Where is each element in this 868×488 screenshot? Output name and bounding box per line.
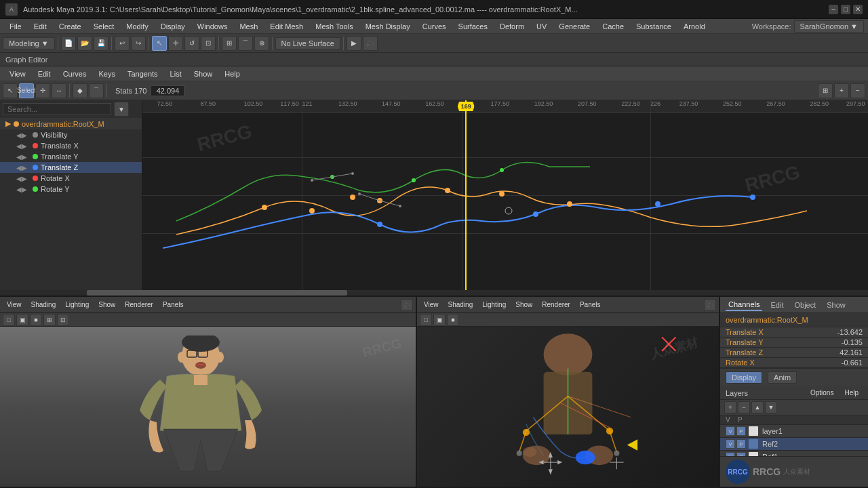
menu-display[interactable]: Display — [155, 21, 191, 32]
menu-create[interactable]: Create — [54, 21, 87, 32]
tab-object[interactable]: Object — [791, 300, 818, 310]
vp-right-s2[interactable]: ▣ — [433, 314, 446, 326]
ge-key-btn[interactable]: ◆ — [73, 83, 87, 98]
ref2-p-btn[interactable]: P — [736, 439, 746, 449]
layers-options[interactable]: Options — [806, 388, 837, 398]
layer-row-ref2[interactable]: V P Ref2 — [720, 438, 868, 451]
vp-right-show[interactable]: Show — [511, 300, 536, 310]
scale-tool-btn[interactable]: ⊡ — [201, 36, 216, 51]
open-btn[interactable]: 📂 — [77, 36, 92, 51]
channel-visibility[interactable]: ◀▶ Visibility — [0, 129, 142, 140]
undo-btn[interactable]: ↩ — [115, 36, 130, 51]
vp-right-lighting[interactable]: Lighting — [478, 300, 510, 310]
vp-left-camera-btn[interactable]: 🎥 — [401, 299, 413, 311]
vp-left-shade3[interactable]: ■ — [30, 314, 42, 326]
menu-curves[interactable]: Curves — [417, 21, 452, 32]
ge-scale-btn[interactable]: ↔ — [52, 83, 66, 98]
ge-scroll-thumb[interactable] — [87, 290, 347, 296]
vp-left-wire[interactable]: ⊞ — [43, 314, 56, 326]
snap-grid-btn[interactable]: ⊞ — [222, 36, 237, 51]
vp-right-s1[interactable]: □ — [420, 314, 432, 326]
menu-modify[interactable]: Modify — [121, 21, 153, 32]
ge-menu-curves[interactable]: Curves — [58, 68, 92, 79]
vp-left-show[interactable]: Show — [94, 300, 119, 310]
vp-right-shading[interactable]: Shading — [444, 300, 477, 310]
vp-right-panels[interactable]: Panels — [576, 300, 605, 310]
rotate-tool-btn[interactable]: ↺ — [184, 36, 199, 51]
select-tool-btn[interactable]: ↖ — [152, 36, 167, 51]
ge-move-btn[interactable]: ✛ — [35, 83, 50, 98]
menu-substance[interactable]: Substance — [631, 21, 677, 32]
channel-list-options[interactable]: ▼ — [114, 102, 129, 117]
vp-left-shade1[interactable]: □ — [3, 314, 15, 326]
ge-menu-edit[interactable]: Edit — [33, 68, 56, 79]
ge-menu-list[interactable]: List — [165, 68, 187, 79]
tab-channels[interactable]: Channels — [726, 299, 762, 311]
ge-tangent-btn[interactable]: ⌒ — [89, 83, 104, 98]
ge-menu-tangents[interactable]: Tangents — [122, 68, 163, 79]
menu-mesh-display[interactable]: Mesh Display — [360, 21, 416, 32]
ge-pointer-btn[interactable]: ↖ — [3, 83, 18, 98]
ref2-v-btn[interactable]: V — [726, 439, 735, 449]
tab-show[interactable]: Show — [824, 300, 848, 310]
vp-left-grid[interactable]: ⊡ — [57, 314, 69, 326]
layer-add-btn[interactable]: + — [724, 401, 736, 413]
vp-left-lighting[interactable]: Lighting — [61, 300, 93, 310]
ge-scrollbar[interactable] — [0, 290, 868, 296]
ge-menu-show[interactable]: Show — [189, 68, 218, 79]
new-file-btn[interactable]: 📄 — [61, 36, 76, 51]
menu-uv[interactable]: UV — [531, 21, 552, 32]
ge-menu-keys[interactable]: Keys — [93, 68, 120, 79]
ge-menu-help[interactable]: Help — [219, 68, 245, 79]
ge-zoom-fit-btn[interactable]: ⊞ — [818, 83, 833, 98]
menu-cache[interactable]: Cache — [597, 21, 629, 32]
vp-right-view[interactable]: View — [420, 300, 443, 310]
vp-right-s3[interactable]: ■ — [447, 314, 459, 326]
channel-translate-z[interactable]: ◀▶ Translate Z — [0, 162, 142, 173]
channel-translate-x[interactable]: ◀▶ Translate X — [0, 140, 142, 151]
anim-tab-btn[interactable]: Anim — [768, 371, 797, 384]
menu-mesh[interactable]: Mesh — [234, 21, 263, 32]
layer-up-btn[interactable]: ▲ — [751, 401, 764, 413]
camera-btn[interactable]: 🎥 — [363, 36, 378, 51]
move-tool-btn[interactable]: ✛ — [168, 36, 183, 51]
channel-rotate-y[interactable]: ◀▶ Rotate Y — [0, 184, 142, 195]
vp-right-camera-btn[interactable]: 🎥 — [704, 299, 716, 311]
snap-point-btn[interactable]: ⊕ — [254, 36, 269, 51]
ge-menu-view[interactable]: View — [4, 68, 31, 79]
menu-deform[interactable]: Deform — [494, 21, 530, 32]
ge-select-btn[interactable]: Select — [19, 83, 34, 98]
save-btn[interactable]: 💾 — [94, 36, 108, 51]
channel-search[interactable] — [3, 103, 111, 115]
workspace-selector[interactable]: SarahGnomon ▼ — [794, 20, 865, 33]
channel-translate-y[interactable]: ◀▶ Translate Y — [0, 151, 142, 162]
ge-graph[interactable]: 72.50 87.50 102.50 117.50 121 132.50 147… — [142, 100, 868, 290]
ge-zoom-in-btn[interactable]: + — [834, 83, 849, 98]
mode-selector[interactable]: Modeling ▼ — [3, 37, 55, 49]
layer-down-btn[interactable]: ▼ — [765, 401, 777, 413]
menu-select[interactable]: Select — [88, 21, 120, 32]
menu-edit-mesh[interactable]: Edit Mesh — [264, 21, 309, 32]
layer-del-btn[interactable]: − — [738, 401, 750, 413]
layer-row-layer1[interactable]: V P layer1 — [720, 425, 868, 438]
layer1-p-btn[interactable]: P — [736, 426, 746, 436]
vp-left-view[interactable]: View — [3, 300, 26, 310]
vp-left-panels[interactable]: Panels — [159, 300, 188, 310]
ge-zoom-out-btn[interactable]: − — [850, 83, 865, 98]
channel-group-root[interactable]: ▶ overdrammatic:RootX_M — [0, 118, 142, 129]
menu-arnold[interactable]: Arnold — [678, 21, 711, 32]
vp-left-shade2[interactable]: ▣ — [16, 314, 28, 326]
tab-edit[interactable]: Edit — [768, 300, 786, 310]
vp-right-renderer[interactable]: Renderer — [538, 300, 574, 310]
no-live-surface-btn[interactable]: No Live Surface — [275, 37, 340, 49]
layer-row-ref1[interactable]: V P Ref1 — [720, 451, 868, 456]
maximize-button[interactable]: □ — [841, 5, 850, 14]
vp-left-renderer[interactable]: Renderer — [121, 300, 157, 310]
menu-file[interactable]: File — [4, 21, 27, 32]
redo-btn[interactable]: ↪ — [131, 36, 146, 51]
layers-help[interactable]: Help — [840, 388, 863, 398]
menu-mesh-tools[interactable]: Mesh Tools — [310, 21, 358, 32]
menu-edit[interactable]: Edit — [28, 21, 52, 32]
ge-frame-input[interactable] — [151, 85, 184, 96]
menu-surfaces[interactable]: Surfaces — [453, 21, 493, 32]
